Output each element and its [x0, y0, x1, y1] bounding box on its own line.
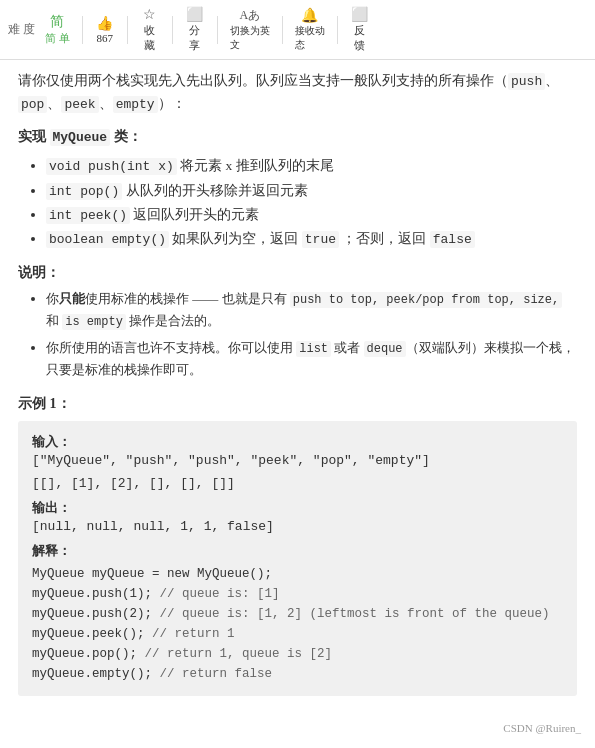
main-content: 请你仅使用两个栈实现先入先出队列。队列应当支持一般队列支持的所有操作（push、…	[0, 60, 595, 718]
star-icon: ☆	[143, 6, 156, 23]
code-line-6: myQueue.empty(); // return false	[32, 664, 563, 684]
code-line-2: myQueue.push(1); // queue is: [1]	[32, 584, 563, 604]
implement-title: 实现 MyQueue 类：	[18, 128, 577, 146]
code-line-3: myQueue.push(2); // queue is: [1, 2] (le…	[32, 604, 563, 624]
share-label: 分享	[189, 23, 200, 53]
code-line-4: myQueue.peek(); // return 1	[32, 624, 563, 644]
peek-signature: int peek()	[46, 207, 130, 224]
feedback-icon: ⬜	[351, 6, 368, 23]
method-pop: int pop() 从队列的开头移除并返回元素	[46, 179, 577, 203]
example-box: 输入： ["MyQueue", "push", "push", "peek", …	[18, 421, 577, 696]
easy-icon: 简	[50, 13, 64, 31]
like-icon: 👍	[96, 15, 113, 32]
input-value-2: [[], [1], [2], [], [], []]	[32, 476, 563, 491]
output-value: [null, null, null, 1, 1, false]	[32, 519, 563, 534]
method-empty: boolean empty() 如果队列为空，返回 true ；否则，返回 fa…	[46, 227, 577, 251]
notes-list: 你只能使用标准的栈操作 —— 也就是只有 push to top, peek/p…	[18, 288, 577, 381]
code-block: MyQueue myQueue = new MyQueue(); myQueue…	[32, 564, 563, 684]
translate-button[interactable]: Aあ 切换为英文	[226, 5, 274, 54]
input-value-1: ["MyQueue", "push", "push", "peek", "pop…	[32, 453, 563, 468]
share-button[interactable]: ⬜ 分享	[181, 4, 209, 55]
method-push: void push(int x) 将元素 x 推到队列的末尾	[46, 154, 577, 178]
code-push: push	[508, 73, 545, 90]
sep6	[337, 16, 338, 44]
intro-paragraph: 请你仅使用两个栈实现先入先出队列。队列应当支持一般队列支持的所有操作（push、…	[18, 70, 577, 116]
sep4	[217, 16, 218, 44]
sep3	[172, 16, 173, 44]
toolbar: 难 度 简 简 单 👍 867 ☆ 收藏 ⬜ 分享 Aあ 切换为英文 🔔 接收动…	[0, 0, 595, 60]
feedback-label: 反馈	[354, 23, 365, 53]
collect-button[interactable]: ☆ 收藏	[136, 4, 164, 55]
code-empty: empty	[113, 96, 158, 113]
methods-list: void push(int x) 将元素 x 推到队列的末尾 int pop()…	[18, 154, 577, 252]
footer-text: CSDN @Ruiren_	[503, 722, 581, 734]
translate-icon: Aあ	[239, 7, 260, 24]
note-item-1: 你只能使用标准的栈操作 —— 也就是只有 push to top, peek/p…	[46, 288, 577, 333]
note-title: 说明：	[18, 264, 577, 282]
method-peek: int peek() 返回队列开头的元素	[46, 203, 577, 227]
easy-label: 简 单	[45, 31, 70, 46]
collect-label: 收藏	[144, 23, 155, 53]
note-section: 说明： 你只能使用标准的栈操作 —— 也就是只有 push to top, pe…	[18, 264, 577, 381]
notify-label: 接收动态	[295, 24, 325, 52]
footer: CSDN @Ruiren_	[0, 718, 595, 740]
code-peek: peek	[61, 96, 98, 113]
code-pop: pop	[18, 96, 47, 113]
translate-label: 切换为英文	[230, 24, 270, 52]
pop-signature: int pop()	[46, 183, 122, 200]
output-label: 输出：	[32, 499, 563, 517]
difficulty-label: 难 度	[8, 21, 35, 38]
share-icon: ⬜	[186, 6, 203, 23]
bell-icon: 🔔	[301, 7, 318, 24]
example-title: 示例 1：	[18, 395, 577, 413]
note-code-is-empty: is empty	[62, 314, 126, 330]
code-line-5: myQueue.pop(); // return 1, queue is [2]	[32, 644, 563, 664]
example-section: 示例 1： 输入： ["MyQueue", "push", "push", "p…	[18, 395, 577, 696]
push-signature: void push(int x)	[46, 158, 177, 175]
like-button[interactable]: 👍 867	[91, 13, 119, 46]
feedback-button[interactable]: ⬜ 反馈	[346, 4, 374, 55]
empty-signature: boolean empty()	[46, 231, 169, 248]
sep5	[282, 16, 283, 44]
note-code-1: push to top, peek/pop from top, size,	[290, 292, 562, 308]
notify-button[interactable]: 🔔 接收动态	[291, 5, 329, 54]
like-count: 867	[97, 32, 114, 44]
code-line-1: MyQueue myQueue = new MyQueue();	[32, 564, 563, 584]
easy-button[interactable]: 简 简 单	[41, 11, 74, 48]
sep2	[127, 16, 128, 44]
sep1	[82, 16, 83, 44]
note-item-2: 你所使用的语言也许不支持栈。你可以使用 list 或者 deque（双端队列）来…	[46, 337, 577, 381]
input-label: 输入：	[32, 433, 563, 451]
explain-label: 解释：	[32, 542, 563, 560]
